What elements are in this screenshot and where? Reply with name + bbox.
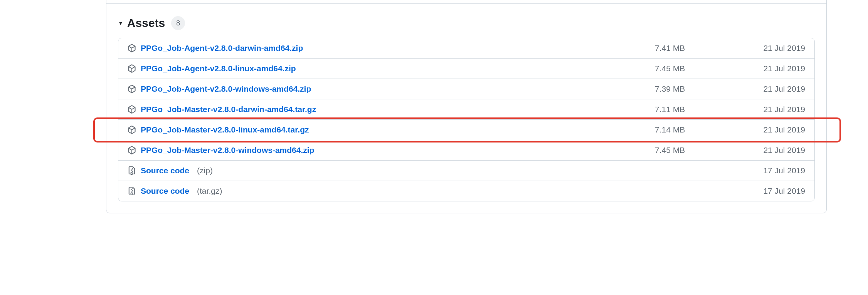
asset-left: Source code(tar.gz) [128,186,655,196]
package-icon [128,85,136,93]
package-icon [128,146,136,154]
asset-left: PPGo_Job-Master-v2.8.0-darwin-amd64.tar.… [128,105,655,114]
asset-size: 7.11 MB [655,105,740,114]
asset-size: 7.14 MB [655,125,740,134]
asset-download-link[interactable]: Source code [141,186,189,196]
asset-left: PPGo_Job-Agent-v2.8.0-darwin-amd64.zip [128,44,655,53]
chevron-down-icon: ▼ [118,20,123,26]
asset-date: 21 Jul 2019 [740,44,805,53]
asset-row: PPGo_Job-Master-v2.8.0-darwin-amd64.tar.… [118,99,814,120]
asset-row: PPGo_Job-Agent-v2.8.0-windows-amd64.zip7… [118,79,814,99]
asset-left: Source code(zip) [128,166,655,175]
asset-left: PPGo_Job-Master-v2.8.0-linux-amd64.tar.g… [128,125,655,134]
asset-date: 21 Jul 2019 [740,105,805,114]
divider [106,0,826,4]
asset-size: 7.39 MB [655,84,740,94]
asset-date: 21 Jul 2019 [740,84,805,94]
asset-date: 17 Jul 2019 [740,166,805,175]
assets-count-badge: 8 [171,16,185,30]
asset-row: Source code(zip)17 Jul 2019 [118,161,814,181]
asset-left: PPGo_Job-Agent-v2.8.0-windows-amd64.zip [128,84,655,94]
asset-row: PPGo_Job-Master-v2.8.0-linux-amd64.tar.g… [118,120,814,140]
asset-download-link[interactable]: PPGo_Job-Agent-v2.8.0-linux-amd64.zip [141,64,296,73]
package-icon [128,64,136,73]
asset-size: 7.45 MB [655,64,740,73]
asset-size: 7.41 MB [655,44,740,53]
asset-date: 21 Jul 2019 [740,146,805,155]
asset-download-link[interactable]: PPGo_Job-Master-v2.8.0-windows-amd64.zip [141,146,314,155]
asset-row: PPGo_Job-Agent-v2.8.0-darwin-amd64.zip7.… [118,38,814,59]
assets-title: Assets [127,17,165,30]
asset-date: 21 Jul 2019 [740,125,805,134]
asset-download-link[interactable]: PPGo_Job-Agent-v2.8.0-windows-amd64.zip [141,84,311,94]
asset-row: PPGo_Job-Master-v2.8.0-windows-amd64.zip… [118,140,814,161]
asset-left: PPGo_Job-Agent-v2.8.0-linux-amd64.zip [128,64,655,73]
assets-header[interactable]: ▼ Assets 8 [106,4,826,38]
file-zip-icon [128,166,136,175]
asset-date: 21 Jul 2019 [740,64,805,73]
asset-row: PPGo_Job-Agent-v2.8.0-linux-amd64.zip7.4… [118,59,814,79]
asset-left: PPGo_Job-Master-v2.8.0-windows-amd64.zip [128,146,655,155]
file-zip-icon [128,187,136,195]
asset-download-link[interactable]: PPGo_Job-Master-v2.8.0-darwin-amd64.tar.… [141,105,316,114]
asset-row: Source code(tar.gz)17 Jul 2019 [118,181,814,201]
assets-list: PPGo_Job-Agent-v2.8.0-darwin-amd64.zip7.… [118,38,815,201]
release-panel: ▼ Assets 8 PPGo_Job-Agent-v2.8.0-darwin-… [106,0,827,213]
asset-format: (tar.gz) [197,186,222,196]
asset-date: 17 Jul 2019 [740,186,805,196]
asset-format: (zip) [197,166,213,175]
asset-download-link[interactable]: PPGo_Job-Agent-v2.8.0-darwin-amd64.zip [141,44,303,53]
package-icon [128,44,136,52]
asset-download-link[interactable]: PPGo_Job-Master-v2.8.0-linux-amd64.tar.g… [141,125,309,134]
asset-download-link[interactable]: Source code [141,166,189,175]
package-icon [128,126,136,134]
package-icon [128,105,136,114]
asset-size: 7.45 MB [655,146,740,155]
